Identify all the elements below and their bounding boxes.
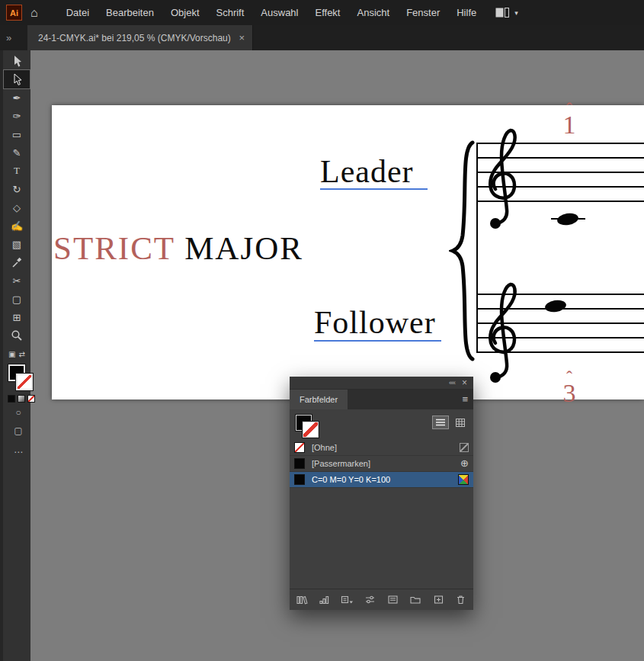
menu-items: Datei Bearbeiten Objekt Schrift Auswahl … [58,0,485,25]
swatch-label: [Ohne] [312,443,460,452]
eyedropper-tool[interactable] [4,253,30,271]
delete-swatch-button[interactable] [454,592,468,606]
menu-datei[interactable]: Datei [58,0,98,25]
selection-tool[interactable] [4,52,30,70]
scale-degree-3: ˆ 3 [556,374,582,406]
new-swatch-button[interactable] [431,592,445,606]
pen-tool-icon: ✒ [13,92,21,104]
edit-toolbar-icon[interactable]: ⋯ [3,447,34,457]
color-button[interactable] [8,395,15,403]
registration-icon: ⊕ [460,459,469,468]
none-swatch-chip[interactable] [294,442,305,453]
color-themes-button[interactable] [318,592,332,606]
workspace-switcher[interactable]: ▾ [495,8,518,18]
major-text[interactable]: MAJOR [184,230,303,266]
new-color-group-icon [409,594,421,605]
rectangle-tool-icon: ▭ [12,129,21,140]
cmyk-color-icon [458,474,469,485]
menu-effekt[interactable]: Effekt [306,0,348,25]
dock-expand-icon[interactable]: » [6,25,11,50]
panel-body: [Ohne] [Passermarken] ⊕ C=0 M=0 Y=0 K=10… [290,409,473,609]
shape-builder-tool[interactable]: ✍ [4,217,30,235]
menu-ansicht[interactable]: Ansicht [349,0,399,25]
swatches-panel: «« × Farbfelder ≡ [Ohne] [290,377,473,610]
illustrator-logo-icon[interactable]: Ai [6,5,22,21]
list-view-icon [436,419,445,426]
swatch-row-black[interactable]: C=0 M=0 Y=0 K=100 [290,472,473,488]
direct-selection-tool[interactable] [4,70,30,88]
gradient-tool[interactable]: ▧ [4,235,30,253]
rotate-tool[interactable]: ↻ [4,180,30,198]
view-tools[interactable]: ▣ ⇄ [4,345,30,363]
screen-split-icon[interactable]: ▣ [8,350,15,358]
curvature-tool[interactable]: ✑ [4,107,30,125]
grid-view-button[interactable] [452,416,469,429]
paintbrush-tool[interactable]: ✎ [4,143,30,162]
swatch-kinds-button[interactable] [341,592,354,606]
home-icon[interactable]: ⌂ [30,0,38,25]
new-color-group-button[interactable] [409,592,422,606]
tab-close-icon[interactable]: × [239,32,245,43]
menu-objekt[interactable]: Objekt [162,0,208,25]
type-tool[interactable]: T [4,162,30,180]
note-head-top[interactable] [556,212,579,226]
draw-mode-icon[interactable]: ○ [3,407,34,418]
panel-titlebar[interactable]: «« × [290,377,473,390]
rotate-tool-icon: ↻ [13,184,21,195]
screen-mode-icon[interactable]: ▢ [3,425,34,436]
system-barline [476,143,478,353]
perspective-grid-tool[interactable]: ⊞ [4,308,30,326]
tools-panel: ✒ ✑ ▭ ✎ T ↻ ◇ ✍ ▧ ✂ ▢ ⊞ ▣ ⇄ ○ ▢ ⋯ [0,50,30,661]
black-swatch-chip[interactable] [294,474,305,485]
menu-auswahl[interactable]: Auswahl [252,0,306,25]
swatch-row-registration[interactable]: [Passermarken] ⊕ [290,456,473,472]
scissors-tool[interactable]: ✂ [4,271,30,290]
swatch-options-button[interactable] [364,592,377,606]
workspace-icon [495,8,509,18]
menu-fenster[interactable]: Fenster [398,0,448,25]
shape-builder-tool-icon: ✍ [11,220,23,232]
gradient-button[interactable] [18,395,25,403]
menu-schrift[interactable]: Schrift [208,0,253,25]
stroke-color-swatch[interactable] [16,374,33,390]
swatch-libraries-icon [296,594,308,605]
swatch-detail-button[interactable] [386,592,399,606]
artboard-tool[interactable]: ▢ [4,290,30,308]
leader-text[interactable]: Leader [320,154,414,189]
eraser-tool[interactable]: ◇ [4,198,30,217]
zoom-tool[interactable] [4,326,30,345]
strict-major-text[interactable]: STRICTMAJOR [53,230,303,266]
grid-view-icon [456,419,465,427]
swatch-libraries-button[interactable] [295,592,309,606]
chevron-down-icon: ▾ [514,9,518,17]
type-tool-icon: T [14,165,20,177]
color-mode-buttons [8,395,35,403]
pen-tool[interactable]: ✒ [4,88,30,107]
swatch-options-icon [364,594,376,605]
close-panel-icon[interactable]: × [462,377,467,388]
panel-stroke-swatch[interactable] [303,422,319,438]
document-tab[interactable]: 24-1-CMYK.ai* bei 219,05 % (CMYK/Vorscha… [27,25,253,50]
panel-menu-icon[interactable]: ≡ [462,394,468,405]
registration-swatch-chip[interactable] [294,458,305,469]
artboard[interactable]: Leader STRICTMAJOR Follower [52,105,644,399]
menu-bearbeiten[interactable]: Bearbeiten [98,0,162,25]
none-button[interactable] [27,395,35,403]
zoom-tool-icon [11,329,23,342]
collapse-panel-icon[interactable]: «« [449,379,455,387]
note-head-bottom[interactable] [544,299,567,313]
strict-text[interactable]: STRICT [53,230,175,266]
scissors-tool-icon: ✂ [13,275,21,287]
swatch-row-none[interactable]: [Ohne] [290,440,473,456]
swap-view-icon[interactable]: ⇄ [19,350,25,358]
menu-hilfe[interactable]: Hilfe [448,0,485,25]
follower-text[interactable]: Follower [314,305,436,340]
tab-farbfelder[interactable]: Farbfelder [290,390,348,409]
perspective-grid-tool-icon: ⊞ [13,312,21,323]
gradient-tool-icon: ▧ [12,239,21,250]
follower-selection-underline [314,340,441,342]
rectangle-tool[interactable]: ▭ [4,125,30,143]
list-view-button[interactable] [432,416,449,429]
system-brace [449,140,476,362]
menubar: Ai ⌂ Datei Bearbeiten Objekt Schrift Aus… [0,0,644,25]
